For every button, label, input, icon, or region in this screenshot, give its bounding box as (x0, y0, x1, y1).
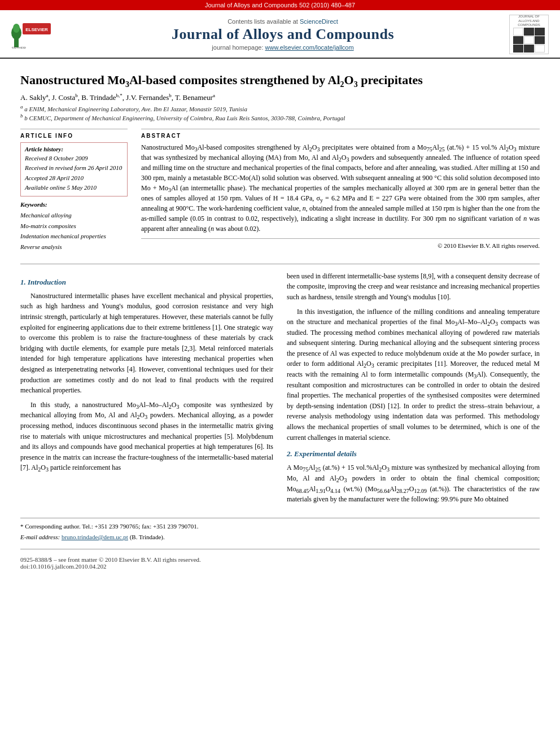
section1-right-p1: been used in different intermetallic-bas… (287, 271, 540, 303)
svg-point-2 (13, 24, 20, 33)
footnote-section: * Corresponding author. Tel.: +351 239 7… (20, 518, 540, 542)
abstract-text: Nanostructured Mo3Al-based composites st… (141, 142, 540, 234)
article-title: Nanostructured Mo3Al-based composites st… (20, 72, 540, 89)
copyright: © 2010 Elsevier B.V. All rights reserved… (141, 238, 540, 249)
email-link[interactable]: bruno.trindade@dem.uc.pt (62, 534, 128, 540)
elsevier-logo-svg: ELSEVIER ELSEVIER (11, 20, 54, 49)
body-left-col: 1. Introduction Nanostructured intermeta… (20, 271, 273, 509)
article-history-box: Article history: Received 8 October 2009… (20, 142, 128, 196)
article-info-abstract: ARTICLE INFO Article history: Received 8… (20, 129, 540, 257)
authors: A. Saklya, J. Costab, B. Trindadeb,*, J.… (20, 93, 540, 102)
keyword-4: Reverse analysis (20, 242, 128, 252)
email-line: E-mail address: bruno.trindade@dem.uc.pt… (20, 532, 540, 542)
contents-line: Contents lists available at ScienceDirec… (56, 18, 509, 25)
journal-banner: Journal of Alloys and Compounds 502 (201… (0, 0, 560, 10)
svg-text:ELSEVIER: ELSEVIER (25, 27, 48, 32)
sciencedirect-link[interactable]: ScienceDirect (300, 18, 338, 25)
section1-p1: Nanostructured intermetallic phases have… (20, 291, 273, 396)
keyword-1: Mechanical alloying (20, 210, 128, 221)
banner-text: Journal of Alloys and Compounds 502 (201… (205, 2, 355, 8)
doi-section: 0925-8388/$ – see front matter © 2010 El… (20, 556, 540, 570)
section-divider-2 (20, 549, 540, 549)
section1-p2: In this study, a nanostructured Mo3Al–Mo… (20, 400, 273, 473)
main-content: Nanostructured Mo3Al-based composites st… (0, 59, 560, 579)
section2-title: 2. Experimental details (287, 448, 540, 460)
article-info-panel: ARTICLE INFO Article history: Received 8… (20, 129, 128, 257)
article-info-label: ARTICLE INFO (20, 133, 128, 139)
journal-title: Journal of Alloys and Compounds (56, 26, 509, 43)
section2-p1: A Mo75Al25 (at.%) + 15 vol.%Al2O3 mixtur… (287, 462, 540, 504)
abstract-label: ABSTRACT (141, 133, 540, 139)
elsevier-logo: ELSEVIER ELSEVIER (11, 20, 56, 49)
journal-badge: JOURNAL OFALLOYS ANDCOMPOUNDS (509, 15, 549, 54)
keywords-box: Keywords: Mechanical alloying Mo-matrix … (20, 201, 128, 252)
keyword-2: Mo-matrix composites (20, 221, 128, 231)
keyword-3: Indentation mechanical properties (20, 231, 128, 242)
journal-header: ELSEVIER ELSEVIER Contents lists availab… (0, 10, 560, 59)
header-center: Contents lists available at ScienceDirec… (56, 18, 509, 51)
section1-right-p2: In this investigation, the influence of … (287, 307, 540, 443)
corresponding-author: * Corresponding author. Tel.: +351 239 7… (20, 522, 540, 531)
affiliations: a a ENIM, Mechanical Engineering Laborat… (20, 104, 540, 123)
svg-text:ELSEVIER: ELSEVIER (11, 46, 26, 49)
abstract-panel: ABSTRACT Nanostructured Mo3Al-based comp… (141, 129, 540, 257)
journal-homepage-link[interactable]: www.elsevier.com/locate/jallcom (265, 44, 354, 51)
section1-title: 1. Introduction (20, 277, 273, 288)
section-divider-1 (20, 264, 540, 264)
body-columns: 1. Introduction Nanostructured intermeta… (20, 271, 540, 509)
body-right-col: been used in different intermetallic-bas… (287, 271, 540, 509)
journal-homepage: journal homepage: www.elsevier.com/locat… (56, 44, 509, 51)
